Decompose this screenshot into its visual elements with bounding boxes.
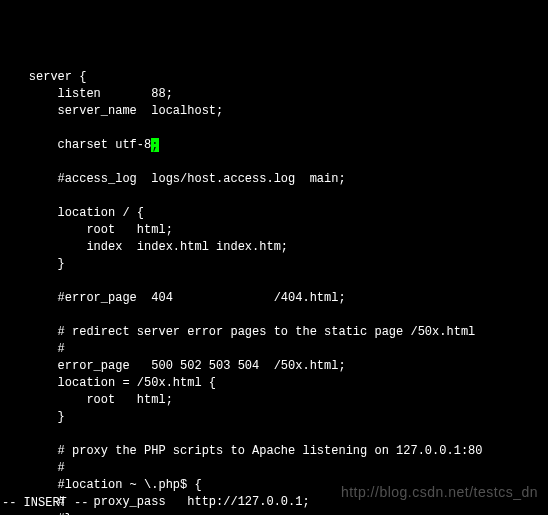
- code-line: charset utf-8;: [0, 137, 548, 154]
- watermark-text: http://blog.csdn.net/testcs_dn: [341, 483, 538, 503]
- code-line: [0, 307, 548, 324]
- code-line: [0, 154, 548, 171]
- vim-status-line: -- INSERT --: [2, 495, 88, 512]
- code-line: index index.html index.htm;: [0, 239, 548, 256]
- code-line: [0, 426, 548, 443]
- code-line: [0, 188, 548, 205]
- code-line: # proxy the PHP scripts to Apache listen…: [0, 443, 548, 460]
- code-line: server {: [0, 69, 548, 86]
- code-line: [0, 273, 548, 290]
- code-line: #: [0, 460, 548, 477]
- code-line: root html;: [0, 222, 548, 239]
- code-line: }: [0, 256, 548, 273]
- code-line: listen 88;: [0, 86, 548, 103]
- code-line: root html;: [0, 392, 548, 409]
- code-line: #access_log logs/host.access.log main;: [0, 171, 548, 188]
- code-line: #error_page 404 /404.html;: [0, 290, 548, 307]
- code-line: location / {: [0, 205, 548, 222]
- code-line: }: [0, 409, 548, 426]
- code-line: server_name localhost;: [0, 103, 548, 120]
- code-line: #: [0, 341, 548, 358]
- code-line: [0, 120, 548, 137]
- code-line: location = /50x.html {: [0, 375, 548, 392]
- cursor: ;: [151, 138, 159, 152]
- code-editor[interactable]: server { listen 88; server_name localhos…: [0, 67, 548, 515]
- code-line: error_page 500 502 503 504 /50x.html;: [0, 358, 548, 375]
- code-line: # redirect server error pages to the sta…: [0, 324, 548, 341]
